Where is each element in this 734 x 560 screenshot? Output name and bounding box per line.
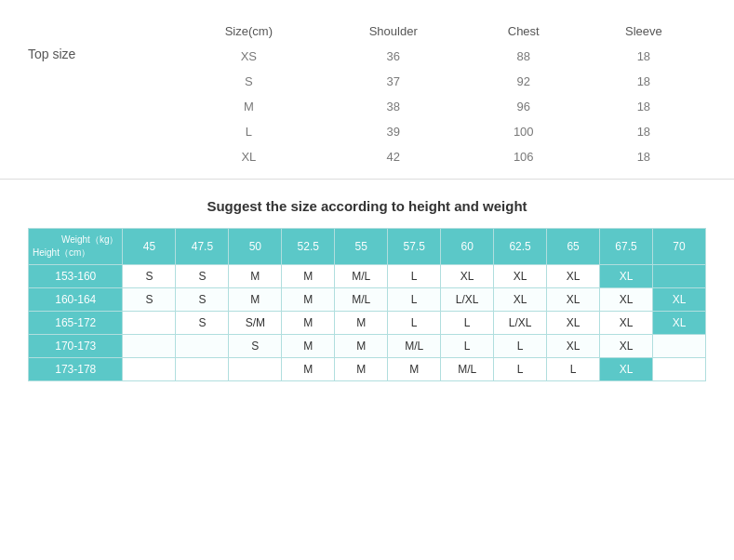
wh-cell: L <box>388 265 441 288</box>
top-size-layout: Top size Size(cm)ShoulderChestSleeve XS3… <box>28 19 706 169</box>
wh-cell <box>123 358 176 381</box>
wh-cell: M/L <box>388 335 441 358</box>
weight-col-header: 45 <box>123 229 176 265</box>
wh-cell: S <box>176 312 229 335</box>
size-header-row: Size(cm)ShoulderChestSleeve <box>177 19 706 44</box>
wh-cell: XL <box>600 288 653 312</box>
wh-cell: M <box>282 312 335 335</box>
suggest-section: Suggest the size according to height and… <box>0 180 734 391</box>
wh-cell: S <box>176 288 229 312</box>
wh-cell <box>123 335 176 358</box>
wh-cell: L <box>547 358 600 381</box>
wh-cell: XL <box>652 312 705 335</box>
size-row: XL4210618 <box>177 144 706 169</box>
wh-header-row: Weight（kg） Height（cm） 4547.55052.55557.5… <box>29 229 706 265</box>
wh-cell: L <box>388 288 441 312</box>
size-cell: 42 <box>321 144 466 169</box>
wh-cell: S <box>229 335 282 358</box>
wh-cell: S <box>123 288 176 312</box>
wh-cell: M <box>229 288 282 312</box>
top-size-table: Size(cm)ShoulderChestSleeve XS368818S379… <box>177 19 706 169</box>
size-col-header: Shoulder <box>321 19 466 44</box>
wh-cell: XL <box>652 288 705 312</box>
wh-row: 173-178MMMM/LLLXL <box>29 358 706 381</box>
wh-cell: XL <box>547 265 600 288</box>
wh-cell: M <box>282 288 335 312</box>
wh-cell: S <box>176 265 229 288</box>
wh-cell <box>652 265 705 288</box>
wh-cell: XL <box>600 312 653 335</box>
height-cell: 153-160 <box>29 265 123 288</box>
size-cell: 106 <box>466 144 581 169</box>
size-cell: S <box>177 69 321 94</box>
wh-cell <box>176 335 229 358</box>
wh-cell: XL <box>547 288 600 312</box>
size-cell: 18 <box>581 44 706 69</box>
wh-cell: XL <box>441 265 494 288</box>
wh-cell: L <box>494 335 547 358</box>
size-cell: 36 <box>321 44 466 69</box>
size-col-header: Sleeve <box>581 19 706 44</box>
size-row: L3910018 <box>177 119 706 144</box>
wh-cell: XL <box>494 288 547 312</box>
height-cell: 160-164 <box>29 288 123 312</box>
corner-height-label: Height（cm） <box>33 247 90 260</box>
wh-cell: L/XL <box>441 288 494 312</box>
size-cell: L <box>177 119 321 144</box>
wh-cell <box>652 335 705 358</box>
weight-col-header: 60 <box>441 229 494 265</box>
wh-cell: L <box>441 312 494 335</box>
size-cell: XS <box>177 44 321 69</box>
size-cell: 18 <box>581 144 706 169</box>
wh-cell: M <box>335 358 388 381</box>
size-col-header: Size(cm) <box>177 19 321 44</box>
weight-height-table: Weight（kg） Height（cm） 4547.55052.55557.5… <box>28 228 706 381</box>
weight-col-header: 65 <box>547 229 600 265</box>
height-cell: 170-173 <box>29 335 123 358</box>
size-col-header: Chest <box>466 19 581 44</box>
wh-cell: M <box>282 358 335 381</box>
wh-row: 153-160SSMMM/LLXLXLXLXL <box>29 265 706 288</box>
wh-cell: M <box>335 335 388 358</box>
weight-col-header: 55 <box>335 229 388 265</box>
wh-cell <box>123 312 176 335</box>
size-cell: 96 <box>466 94 581 119</box>
size-cell: XL <box>177 144 321 169</box>
wh-cell <box>652 358 705 381</box>
wh-cell: M <box>335 312 388 335</box>
wh-cell: XL <box>600 358 653 381</box>
wh-row: 170-173SMMM/LLLXLXL <box>29 335 706 358</box>
suggest-title: Suggest the size according to height and… <box>28 198 706 214</box>
wh-cell: M <box>229 265 282 288</box>
size-cell: 88 <box>466 44 581 69</box>
size-row: M389618 <box>177 94 706 119</box>
size-cell: 18 <box>581 94 706 119</box>
size-cell: M <box>177 94 321 119</box>
wh-cell: XL <box>547 335 600 358</box>
wh-row: 165-172SS/MMMLLL/XLXLXLXL <box>29 312 706 335</box>
wh-cell: M <box>282 335 335 358</box>
corner-cell: Weight（kg） Height（cm） <box>29 229 123 265</box>
weight-col-header: 50 <box>229 229 282 265</box>
corner-weight-label: Weight（kg） <box>61 233 119 247</box>
wh-cell <box>176 358 229 381</box>
size-cell: 100 <box>466 119 581 144</box>
wh-cell: L <box>388 312 441 335</box>
wh-cell: XL <box>547 312 600 335</box>
size-cell: 39 <box>321 119 466 144</box>
wh-cell: M <box>388 358 441 381</box>
wh-row: 160-164SSMMM/LLL/XLXLXLXLXL <box>29 288 706 312</box>
size-cell: 18 <box>581 69 706 94</box>
top-size-label: Top size <box>28 19 177 61</box>
weight-col-header: 47.5 <box>176 229 229 265</box>
wh-cell: M/L <box>335 288 388 312</box>
height-cell: 173-178 <box>29 358 123 381</box>
wh-cell: M <box>282 265 335 288</box>
wh-cell: S/M <box>229 312 282 335</box>
weight-col-header: 70 <box>652 229 705 265</box>
weight-col-header: 52.5 <box>282 229 335 265</box>
wh-cell <box>229 358 282 381</box>
top-section: Top size Size(cm)ShoulderChestSleeve XS3… <box>0 0 734 180</box>
wh-cell: M/L <box>441 358 494 381</box>
weight-col-header: 62.5 <box>494 229 547 265</box>
